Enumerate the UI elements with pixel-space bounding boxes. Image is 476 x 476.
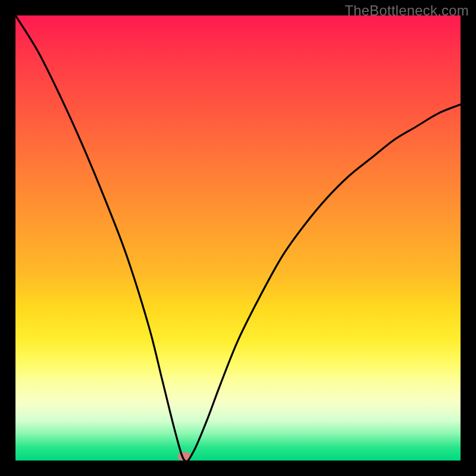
curve-path <box>15 15 461 461</box>
chart-frame: TheBottleneck.com <box>0 0 476 476</box>
plot-area <box>15 15 461 461</box>
watermark-text: TheBottleneck.com <box>345 2 469 19</box>
bottleneck-curve <box>15 15 461 461</box>
